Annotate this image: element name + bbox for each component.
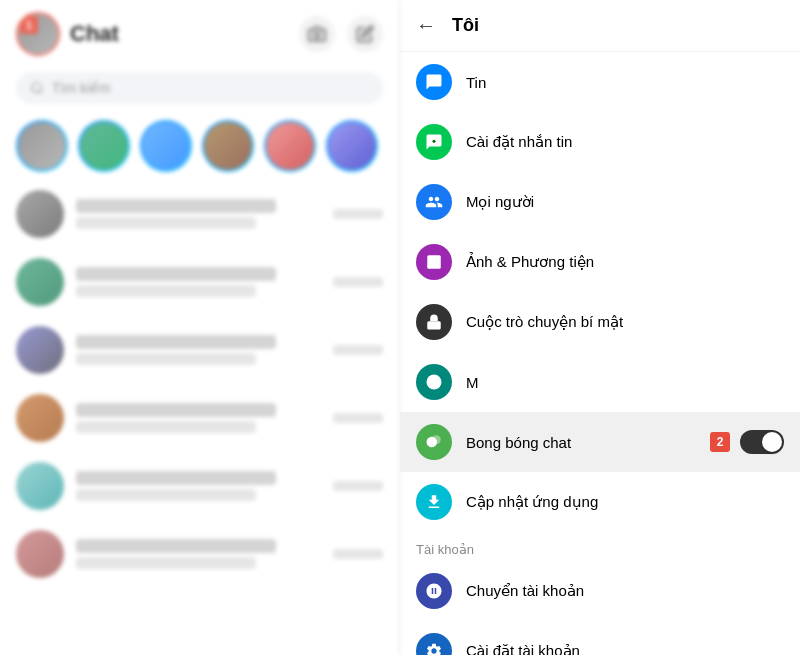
story-item[interactable]	[264, 120, 316, 172]
svg-rect-6	[427, 321, 441, 329]
left-header: 1 Chat	[0, 0, 399, 68]
svg-line-2	[40, 91, 43, 94]
moinguoi-icon	[416, 184, 452, 220]
chat-item[interactable]	[0, 316, 399, 384]
svg-point-1	[32, 83, 41, 92]
caidat-nhantin-label: Cài đặt nhắn tin	[466, 133, 784, 151]
bongbong-icon	[416, 424, 452, 460]
m-label: M	[466, 374, 784, 391]
search-placeholder: Tìm kiếm	[52, 80, 111, 96]
anh-icon	[416, 244, 452, 280]
capnhat-icon	[416, 484, 452, 520]
moinguoi-label: Mọi người	[466, 193, 784, 211]
bimat-label: Cuộc trò chuyện bí mật	[466, 313, 784, 331]
toggle-knob	[762, 432, 782, 452]
anh-label: Ảnh & Phương tiện	[466, 253, 784, 271]
chat-item[interactable]	[0, 520, 399, 588]
m-icon	[416, 364, 452, 400]
right-title: Tôi	[452, 15, 479, 36]
menu-item-bimat[interactable]: Cuộc trò chuyện bí mật	[400, 292, 800, 352]
back-button[interactable]: ←	[416, 14, 436, 37]
chat-item[interactable]	[0, 248, 399, 316]
bongbong-toggle[interactable]	[740, 430, 784, 454]
svg-point-0	[314, 32, 320, 38]
chat-list	[0, 180, 399, 655]
right-header: ← Tôi	[400, 0, 800, 52]
menu-item-anh[interactable]: Ảnh & Phương tiện	[400, 232, 800, 292]
user-avatar-container[interactable]: 1	[16, 12, 60, 56]
edit-button[interactable]	[347, 16, 383, 52]
left-panel: 1 Chat Tìm kiếm	[0, 0, 400, 655]
menu-item-caidat-nhantin[interactable]: Cài đặt nhắn tin	[400, 112, 800, 172]
tin-icon	[416, 64, 452, 100]
menu-item-tin[interactable]: Tin	[400, 52, 800, 112]
bimat-icon	[416, 304, 452, 340]
svg-point-5	[430, 258, 432, 260]
menu-item-m[interactable]: M	[400, 352, 800, 412]
bongbong-label: Bong bóng chat	[466, 434, 696, 451]
capnhat-label: Cập nhật ứng dụng	[466, 493, 784, 511]
svg-point-10	[432, 435, 441, 444]
menu-item-caidattaikhoan[interactable]: Cài đặt tài khoản	[400, 621, 800, 655]
chat-item[interactable]	[0, 452, 399, 520]
story-item[interactable]	[202, 120, 254, 172]
right-panel: ← Tôi Tin Cài đặt nhắn tin Mọi người	[400, 0, 800, 655]
annotation-1-badge: 1	[20, 16, 38, 34]
chuyentaikhoan-label: Chuyển tài khoản	[466, 582, 784, 600]
caidattaikhoan-label: Cài đặt tài khoản	[466, 642, 784, 655]
chat-item[interactable]	[0, 180, 399, 248]
page-title: Chat	[70, 21, 289, 47]
svg-point-3	[433, 140, 436, 143]
story-item[interactable]	[326, 120, 378, 172]
caidat-nhantin-icon	[416, 124, 452, 160]
section-taikhoan: Tài khoản	[400, 532, 800, 561]
menu-item-bongbong[interactable]: Bong bóng chat 2	[400, 412, 800, 472]
chat-item[interactable]	[0, 384, 399, 452]
menu-section: Tin Cài đặt nhắn tin Mọi người Ảnh & Phư…	[400, 52, 800, 655]
search-bar[interactable]: Tìm kiếm	[16, 72, 383, 104]
menu-item-chuyentaikhoan[interactable]: Chuyển tài khoản	[400, 561, 800, 621]
search-icon	[30, 81, 44, 95]
annotation-2-badge: 2	[710, 432, 730, 452]
camera-button[interactable]	[299, 16, 335, 52]
menu-item-capnhat[interactable]: Cập nhật ứng dụng	[400, 472, 800, 532]
chuyentaikhoan-icon	[416, 573, 452, 609]
story-item[interactable]	[16, 120, 68, 172]
caidattaikhoan-icon	[416, 633, 452, 655]
tin-label: Tin	[466, 74, 784, 91]
story-item[interactable]	[78, 120, 130, 172]
menu-item-moinguoi[interactable]: Mọi người	[400, 172, 800, 232]
header-icons	[299, 16, 383, 52]
story-item[interactable]	[140, 120, 192, 172]
stories-row	[0, 112, 399, 180]
